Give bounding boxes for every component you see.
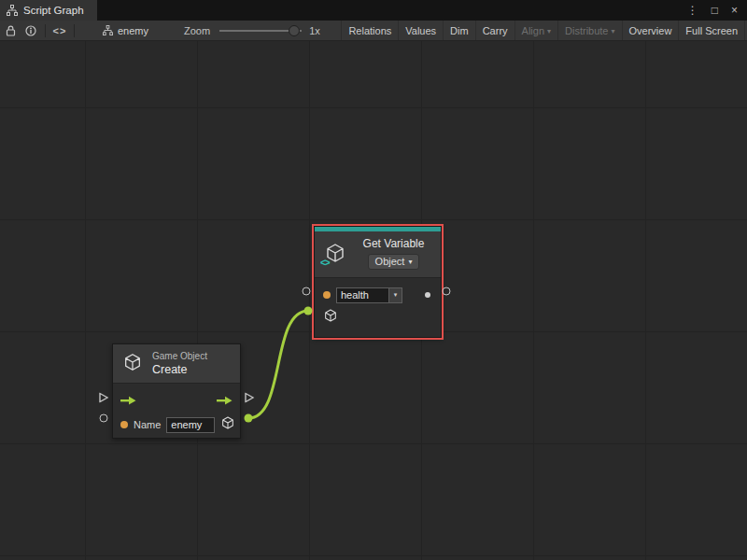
align-button[interactable]: Align ▾ xyxy=(514,21,557,40)
variable-name-dropdown[interactable]: ▾ xyxy=(388,287,402,303)
fullscreen-button[interactable]: Full Screen xyxy=(678,21,745,40)
value-input-port[interactable] xyxy=(323,291,331,299)
zoom-label: Zoom xyxy=(184,25,210,36)
get-variable-left-port[interactable] xyxy=(303,287,311,296)
lock-button[interactable] xyxy=(0,21,21,40)
create-body: Name xyxy=(113,384,240,437)
variable-cube-icon: <> xyxy=(324,242,346,264)
create-name-left-port[interactable] xyxy=(100,414,108,423)
node-title: Get Variable xyxy=(363,236,425,251)
create-flow-out-port[interactable] xyxy=(245,393,255,403)
flow-input-arrow-icon[interactable] xyxy=(120,392,136,409)
toolbar-buttons: Relations Values Dim Carry Align ▾ Distr… xyxy=(341,21,747,40)
edit-code-button[interactable]: <> xyxy=(49,21,70,40)
get-variable-header: <> Get Variable Object ▾ xyxy=(315,231,441,278)
info-icon xyxy=(25,25,36,36)
toolbar-separator xyxy=(45,24,46,37)
flow-output-arrow-icon[interactable] xyxy=(217,392,233,409)
graph-canvas[interactable]: <> Get Variable Object ▾ ▾ xyxy=(0,41,747,560)
graph-name: enemy xyxy=(118,25,148,36)
graph-icon xyxy=(7,5,18,16)
titlebar: Script Graph ⋮ □ × xyxy=(0,0,747,21)
chevron-down-icon: ▾ xyxy=(612,27,615,35)
graph-asset-icon xyxy=(103,25,113,35)
gameobject-cube-icon xyxy=(122,352,143,376)
menu-icon[interactable]: ⋮ xyxy=(687,4,698,17)
get-variable-right-port[interactable] xyxy=(443,287,451,296)
relations-button[interactable]: Relations xyxy=(341,21,398,40)
maximize-icon[interactable]: □ xyxy=(712,4,718,17)
overview-button[interactable]: Overview xyxy=(622,21,679,40)
name-value-input[interactable] xyxy=(166,417,215,433)
node-supertitle: Game Object xyxy=(152,350,207,362)
lock-icon xyxy=(6,25,16,36)
carry-button[interactable]: Carry xyxy=(475,21,514,40)
script-graph-window: Script Graph ⋮ □ × <> xyxy=(0,0,747,560)
get-variable-body: ▾ xyxy=(315,278,441,329)
create-flow-in-port[interactable] xyxy=(99,393,109,403)
param-label: Name xyxy=(134,419,161,430)
value-output-port[interactable] xyxy=(425,292,430,298)
dim-button[interactable]: Dim xyxy=(443,21,475,40)
variable-name-input[interactable] xyxy=(336,287,388,303)
close-icon[interactable]: × xyxy=(731,4,738,17)
code-icon: <> xyxy=(53,25,67,36)
gameobject-port-cube-icon xyxy=(323,308,338,327)
toolbar: <> enemy Zoom 1x Relations Values Dim xyxy=(0,21,747,41)
wire-start-port[interactable] xyxy=(245,414,253,423)
create-header: Game Object Create xyxy=(113,344,240,384)
tab-script-graph[interactable]: Script Graph xyxy=(0,0,97,21)
result-cube-icon xyxy=(220,415,235,434)
variable-kind-dropdown[interactable]: Object ▾ xyxy=(368,254,420,270)
chevron-down-icon: ▾ xyxy=(408,258,412,266)
chevron-down-icon: ▾ xyxy=(394,291,398,299)
zoom-slider[interactable] xyxy=(219,24,302,37)
connection-wire[interactable] xyxy=(248,311,308,418)
zoom-slider-handle[interactable] xyxy=(289,25,300,36)
name-input-port[interactable] xyxy=(120,421,128,428)
graph-breadcrumb[interactable]: enemy xyxy=(103,25,148,36)
info-button[interactable] xyxy=(21,21,41,40)
code-overlay-icon: <> xyxy=(320,258,330,268)
node-create-game-object[interactable]: Game Object Create xyxy=(112,343,241,439)
node-get-variable[interactable]: <> Get Variable Object ▾ ▾ xyxy=(314,226,442,338)
zoom-value: 1x xyxy=(309,25,320,36)
chevron-down-icon: ▾ xyxy=(547,27,551,35)
toolbar-separator xyxy=(74,24,75,37)
tab-title: Script Graph xyxy=(23,5,84,16)
wire-end-port[interactable] xyxy=(304,307,313,315)
values-button[interactable]: Values xyxy=(398,21,443,40)
distribute-button[interactable]: Distribute ▾ xyxy=(557,21,621,40)
node-title: Create xyxy=(152,362,207,377)
